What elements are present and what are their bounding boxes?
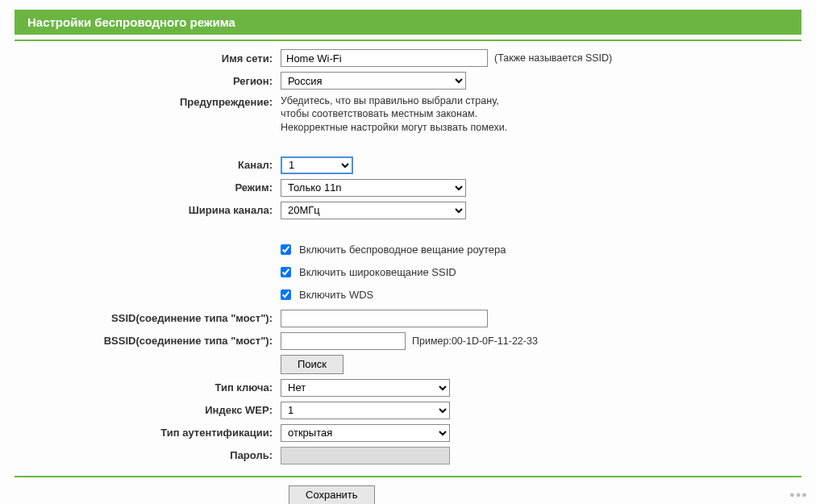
bridge-ssid-input[interactable] xyxy=(281,310,488,327)
key-type-select[interactable]: Нет xyxy=(281,379,450,397)
bridge-ssid-label: SSID(соединение типа "мост"): xyxy=(15,312,281,324)
ssid-input[interactable] xyxy=(281,49,488,67)
enable-ssid-checkbox[interactable] xyxy=(281,267,291,277)
auth-type-label: Тип аутентификации: xyxy=(15,427,281,439)
wep-index-label: Индекс WEP: xyxy=(15,404,281,416)
region-select[interactable]: Россия xyxy=(281,72,466,90)
auth-type-select[interactable]: открытая xyxy=(281,424,450,442)
password-label: Пароль: xyxy=(15,449,281,461)
top-divider xyxy=(15,40,801,41)
bridge-bssid-input[interactable] xyxy=(281,332,406,350)
enable-radio-label: Включить беспроводное вещание роутера xyxy=(299,244,506,256)
settings-form: Имя сети: (Также называется SSID) Регион… xyxy=(15,49,801,464)
search-button[interactable]: Поиск xyxy=(281,355,343,374)
channel-select[interactable]: 1 xyxy=(281,156,353,174)
save-button[interactable]: Сохранить xyxy=(289,485,375,504)
channel-label: Канал: xyxy=(15,159,281,171)
region-label: Регион: xyxy=(15,75,281,87)
ssid-note: (Также называется SSID) xyxy=(494,52,612,64)
key-type-label: Тип ключа: xyxy=(15,381,281,394)
footer-dots: ●●● xyxy=(789,489,808,499)
ssid-label: Имя сети: xyxy=(15,52,281,65)
warning-text: Убедитесь, что вы правильно выбрали стра… xyxy=(281,94,507,134)
width-select[interactable]: 20МГц xyxy=(281,202,466,219)
wep-index-select[interactable]: 1 xyxy=(281,402,450,419)
enable-ssid-label: Включить широковещание SSID xyxy=(299,266,456,278)
enable-radio-checkbox[interactable] xyxy=(281,244,291,255)
enable-wds-checkbox[interactable] xyxy=(281,289,291,300)
width-label: Ширина канала: xyxy=(15,204,281,216)
mode-label: Режим: xyxy=(15,181,281,194)
page-title: Настройки беспроводного режима xyxy=(15,10,801,35)
mode-select[interactable]: Только 11n xyxy=(281,179,466,197)
bssid-example: Пример:00-1D-0F-11-22-33 xyxy=(412,335,538,347)
bottom-divider xyxy=(15,476,801,477)
enable-wds-label: Включить WDS xyxy=(299,289,373,301)
password-input xyxy=(281,447,450,464)
bridge-bssid-label: BSSID(соединение типа "мост"): xyxy=(15,335,281,347)
warning-label: Предупреждение: xyxy=(15,94,281,108)
